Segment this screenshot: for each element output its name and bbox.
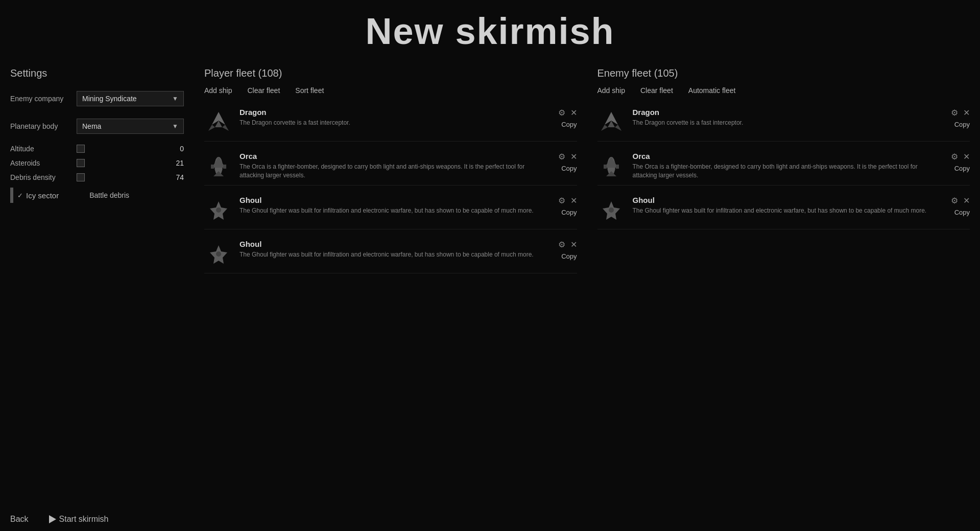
- ship-name-player-0: Dragon: [240, 108, 536, 117]
- list-item: Ghoul The Ghoul fighter was built for in…: [204, 191, 577, 229]
- close-icon-enemy-1[interactable]: ✕: [963, 152, 970, 161]
- list-item: Orca The Orca is a fighter-bomber, desig…: [597, 147, 970, 186]
- copy-button-player-1[interactable]: Copy: [561, 165, 577, 172]
- player-fleet-title: Player fleet (108): [204, 67, 577, 79]
- enemy-clear-fleet-button[interactable]: Clear fleet: [640, 86, 673, 95]
- list-item: Ghoul The Ghoul fighter was built for in…: [597, 191, 970, 229]
- planetary-body-dropdown[interactable]: Nema ▼: [77, 119, 184, 134]
- icy-sector-checkmark[interactable]: ✓: [17, 192, 23, 199]
- gear-icon-player-2[interactable]: ⚙: [558, 196, 565, 205]
- ship-name-player-2: Ghoul: [240, 196, 536, 204]
- svg-rect-7: [211, 165, 214, 169]
- gear-icon-player-1[interactable]: ⚙: [558, 152, 565, 161]
- copy-button-enemy-0[interactable]: Copy: [954, 121, 970, 128]
- planetary-body-row: Planetary body Nema ▼: [10, 117, 184, 135]
- close-icon-player-2[interactable]: ✕: [570, 196, 577, 205]
- copy-button-enemy-1[interactable]: Copy: [954, 165, 970, 172]
- play-icon: [49, 515, 56, 523]
- chevron-down-icon-2: ▼: [172, 123, 178, 130]
- ship-action-icons-player-0: ⚙ ✕: [558, 108, 577, 118]
- enemy-company-dropdown[interactable]: Mining Syndicate ▼: [77, 91, 184, 106]
- enemy-company-row: Enemy company Mining Syndicate ▼: [10, 89, 184, 108]
- ship-info-enemy-2: Ghoul The Ghoul fighter was built for in…: [633, 196, 929, 215]
- planetary-body-label: Planetary body: [10, 122, 77, 130]
- gear-icon-enemy-0[interactable]: ⚙: [951, 108, 958, 118]
- copy-button-enemy-2[interactable]: Copy: [954, 209, 970, 216]
- copy-button-player-2[interactable]: Copy: [561, 209, 577, 216]
- svg-rect-20: [604, 165, 607, 169]
- ship-controls-player-0: ⚙ ✕ Copy: [541, 108, 577, 128]
- close-icon-player-0[interactable]: ✕: [570, 108, 577, 118]
- gear-icon-enemy-1[interactable]: ⚙: [951, 152, 958, 161]
- close-icon-enemy-2[interactable]: ✕: [963, 196, 970, 205]
- ship-info-enemy-1: Orca The Orca is a fighter-bomber, desig…: [633, 152, 929, 180]
- ship-icon-enemy-1: [597, 152, 626, 180]
- copy-button-player-3[interactable]: Copy: [561, 252, 577, 260]
- ship-name-enemy-0: Dragon: [633, 108, 929, 117]
- ship-action-icons-enemy-0: ⚙ ✕: [951, 108, 970, 118]
- svg-rect-8: [223, 165, 226, 169]
- altitude-row: Altitude 0: [10, 145, 184, 153]
- ship-icon-player-3: [204, 240, 232, 268]
- settings-panel: Settings Enemy company Mining Syndicate …: [10, 67, 184, 279]
- list-item: Ghoul The Ghoul fighter was built for in…: [204, 235, 577, 273]
- player-clear-fleet-button[interactable]: Clear fleet: [247, 86, 280, 95]
- ship-action-icons-player-1: ⚙ ✕: [558, 152, 577, 161]
- ship-desc-player-3: The Ghoul fighter was built for infiltra…: [240, 250, 536, 259]
- debris-density-label: Debris density: [10, 173, 77, 181]
- asteroids-value: 21: [163, 159, 184, 167]
- close-icon-player-1[interactable]: ✕: [570, 152, 577, 161]
- altitude-label: Altitude: [10, 145, 77, 153]
- svg-rect-21: [616, 165, 619, 169]
- back-button[interactable]: Back: [10, 515, 29, 524]
- enemy-fleet-panel: Enemy fleet (105) Add ship Clear fleet A…: [597, 67, 970, 279]
- list-item: Dragon The Dragon corvette is a fast int…: [597, 103, 970, 142]
- bottom-bar: Back Start skirmish: [0, 507, 980, 531]
- svg-marker-16: [615, 125, 622, 131]
- ship-icon-enemy-2: [597, 196, 626, 224]
- enemy-company-value: Mining Syndicate: [82, 95, 137, 103]
- list-item: Dragon The Dragon corvette is a fast int…: [204, 103, 577, 142]
- ship-controls-enemy-2: ⚙ ✕ Copy: [934, 196, 970, 216]
- enemy-ships-list: Dragon The Dragon corvette is a fast int…: [597, 103, 970, 229]
- ship-action-icons-player-3: ⚙ ✕: [558, 240, 577, 249]
- asteroids-label: Asteroids: [10, 159, 77, 167]
- ship-icon-player-1: [204, 152, 232, 180]
- gear-icon-player-0[interactable]: ⚙: [558, 108, 565, 118]
- enemy-fleet-title: Enemy fleet (105): [597, 67, 970, 79]
- svg-marker-19: [606, 171, 616, 176]
- svg-marker-15: [601, 125, 608, 131]
- ship-icon-player-2: [204, 196, 232, 224]
- icy-sector-label[interactable]: Icy sector: [26, 191, 59, 200]
- close-icon-player-3[interactable]: ✕: [570, 240, 577, 249]
- gear-icon-player-3[interactable]: ⚙: [558, 240, 565, 249]
- asteroids-checkbox[interactable]: [77, 159, 85, 167]
- svg-point-23: [609, 207, 614, 213]
- start-skirmish-button[interactable]: Start skirmish: [49, 515, 109, 524]
- ship-controls-player-2: ⚙ ✕ Copy: [541, 196, 577, 216]
- altitude-value: 0: [163, 145, 184, 153]
- svg-marker-2: [208, 125, 215, 131]
- svg-point-10: [216, 207, 221, 213]
- planetary-body-value: Nema: [82, 122, 101, 130]
- ship-controls-enemy-0: ⚙ ✕ Copy: [934, 108, 970, 128]
- player-sort-fleet-button[interactable]: Sort fleet: [295, 86, 324, 95]
- copy-button-player-0[interactable]: Copy: [561, 121, 577, 128]
- close-icon-enemy-0[interactable]: ✕: [963, 108, 970, 118]
- ship-desc-enemy-0: The Dragon corvette is a fast intercepto…: [633, 119, 929, 127]
- altitude-checkbox[interactable]: [77, 145, 85, 153]
- ship-info-player-3: Ghoul The Ghoul fighter was built for in…: [240, 240, 536, 259]
- battle-debris-label[interactable]: Battle debris: [89, 191, 129, 199]
- fleets-layout: Player fleet (108) Add ship Clear fleet …: [204, 67, 970, 279]
- ship-icon-enemy-0: [597, 108, 626, 136]
- ship-desc-player-0: The Dragon corvette is a fast intercepto…: [240, 119, 536, 127]
- ship-action-icons-enemy-1: ⚙ ✕: [951, 152, 970, 161]
- gear-icon-enemy-2[interactable]: ⚙: [951, 196, 958, 205]
- ship-action-icons-enemy-2: ⚙ ✕: [951, 196, 970, 205]
- ship-controls-player-3: ⚙ ✕ Copy: [541, 240, 577, 260]
- ship-desc-player-2: The Ghoul fighter was built for infiltra…: [240, 206, 536, 215]
- debris-density-checkbox[interactable]: [77, 173, 85, 181]
- enemy-add-ship-button[interactable]: Add ship: [597, 86, 625, 95]
- enemy-automatic-fleet-button[interactable]: Automatic fleet: [688, 86, 736, 95]
- player-add-ship-button[interactable]: Add ship: [204, 86, 232, 95]
